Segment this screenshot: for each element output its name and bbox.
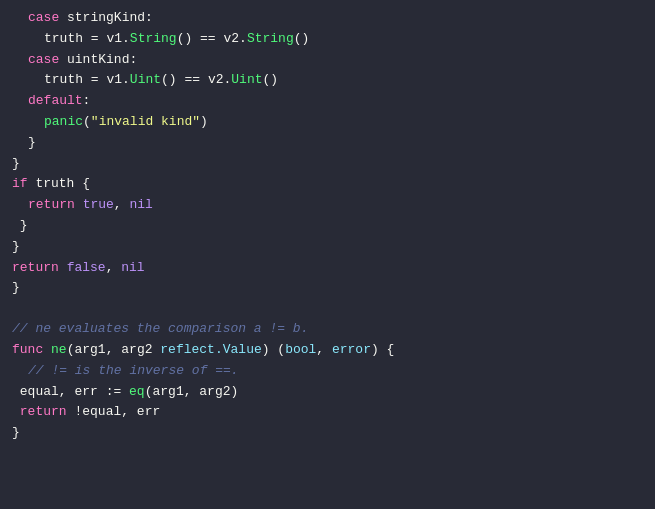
code-line: } [0,133,655,154]
code-token: v1 [106,29,122,50]
code-token: . [223,70,231,91]
code-token: } [12,216,28,237]
code-token: err [137,402,160,423]
code-token: v2 [208,70,224,91]
code-line: default: [0,91,655,112]
code-token: func [12,340,43,361]
code-token: nil [129,195,152,216]
code-token: // != is the inverse of ==. [28,361,239,382]
code-token: arg2 [121,340,152,361]
code-token: "invalid kind" [91,112,200,133]
code-token: equal [82,402,121,423]
code-token: v1 [106,70,122,91]
code-line: case stringKind: [0,8,655,29]
code-token [12,382,20,403]
code-token: eq [129,382,145,403]
code-token: v2 [223,29,239,50]
code-token: if [12,174,28,195]
code-token: true [83,195,114,216]
code-token [153,340,161,361]
code-token: , [316,340,332,361]
code-token: ( [83,112,91,133]
code-token: ) ( [262,340,285,361]
code-token: , [114,195,130,216]
code-token: nil [121,258,144,279]
code-token: case [28,50,59,71]
code-token: truth [44,29,83,50]
code-token: panic [44,112,83,133]
code-token [75,195,83,216]
code-line: return true, nil [0,195,655,216]
code-token: truth { [28,174,90,195]
code-token: bool [285,340,316,361]
code-token [59,258,67,279]
code-token: , [59,382,75,403]
code-token: . [239,29,247,50]
code-line: return !equal, err [0,402,655,423]
code-token: ( [67,340,75,361]
code-token: : [83,91,91,112]
code-token: , [106,258,122,279]
code-token: arg1 [74,340,105,361]
code-line: return false, nil [0,258,655,279]
code-token: ) [231,382,239,403]
code-token: truth [44,70,83,91]
code-token: String [247,29,294,50]
code-token: return [20,402,67,423]
code-token: () == [161,70,208,91]
code-token: := [98,382,129,403]
code-token: . [122,70,130,91]
code-token: ! [67,402,83,423]
code-line: } [0,278,655,299]
code-line: case uintKind: [0,50,655,71]
code-line: } [0,237,655,258]
code-line: func ne(arg1, arg2 reflect.Value) (bool,… [0,340,655,361]
code-line: equal, err := eq(arg1, arg2) [0,382,655,403]
code-token: } [28,133,36,154]
code-line: } [0,423,655,444]
code-editor: case stringKind:truth = v1.String() == v… [0,0,655,509]
code-token: String [130,29,177,50]
code-token [43,340,51,361]
code-token: } [12,237,20,258]
code-token: // ne evaluates the comparison a != b. [12,319,308,340]
code-token: ) [200,112,208,133]
code-token: return [12,258,59,279]
code-token [12,402,20,423]
code-token: err [74,382,97,403]
code-token: } [12,154,20,175]
code-token: ) { [371,340,394,361]
code-token: arg1 [152,382,183,403]
code-token: default [28,91,83,112]
code-token: Uint [130,70,161,91]
code-token: } [12,278,20,299]
code-token: uintKind: [59,50,137,71]
code-token: ne [51,340,67,361]
code-line [0,299,655,319]
code-token: () [263,70,279,91]
code-line: } [0,216,655,237]
code-line: // ne evaluates the comparison a != b. [0,319,655,340]
code-token: } [12,423,20,444]
code-token: Uint [231,70,262,91]
code-token: reflect.Value [160,340,261,361]
code-token: false [67,258,106,279]
code-token: return [28,195,75,216]
code-line: truth = v1.String() == v2.String() [0,29,655,50]
code-token: = [83,70,106,91]
code-line: panic("invalid kind") [0,112,655,133]
code-line: if truth { [0,174,655,195]
code-token: arg2 [199,382,230,403]
code-token: error [332,340,371,361]
code-line: truth = v1.Uint() == v2.Uint() [0,70,655,91]
code-token: () [294,29,310,50]
code-line: } [0,154,655,175]
code-token: equal [20,382,59,403]
code-token: , [184,382,200,403]
code-line: // != is the inverse of ==. [0,361,655,382]
code-token: , [121,402,137,423]
code-token: case [28,8,59,29]
code-token: . [122,29,130,50]
code-token: stringKind: [59,8,153,29]
code-token: , [106,340,122,361]
